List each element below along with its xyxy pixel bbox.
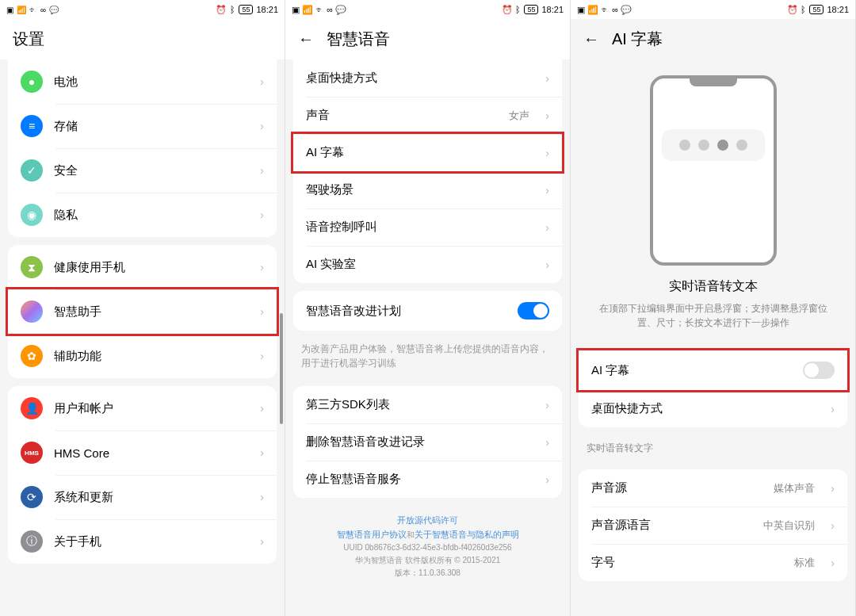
row-icon: ⟳	[21, 486, 43, 508]
row-label: 智慧助手	[54, 304, 244, 319]
ai-subtitle-content[interactable]: 实时语音转文本 在顶部下拉编辑界面中开启悬浮窗；支持调整悬浮窗位置、尺寸；长按文…	[571, 59, 855, 616]
row-value: 标准	[794, 556, 815, 570]
settings-row[interactable]: ✓ 安全 ›	[8, 148, 277, 193]
wifi-icon: ᯤ	[29, 6, 37, 14]
footer-copyright: 华为智慧语音 软件版权所有 © 2015-2021	[301, 554, 554, 567]
footer-privacy[interactable]: 关于智慧语音与隐私的声明	[415, 530, 519, 539]
signal-icon: 📶	[17, 6, 26, 14]
chevron-icon: ›	[260, 491, 264, 503]
list-row[interactable]: 桌面快捷方式›	[579, 390, 847, 427]
page-title: 智慧语音	[327, 29, 390, 50]
row-value: 中英自识别	[763, 518, 815, 533]
indicators: ⏰ ᛒ	[502, 5, 521, 15]
bluetooth-icon: ᛒ	[230, 5, 235, 14]
settings-row[interactable]: 智慧助手 ›	[6, 287, 279, 336]
settings-content[interactable]: ● 电池 ›≡ 存储 ›✓ 安全 ›◉ 隐私 › ⧗ 健康使用手机 › 智慧助手…	[0, 59, 285, 616]
row-label: 隐私	[54, 208, 244, 223]
footer-links: 开放源代码许可 智慧语音用户协议和关于智慧语音与隐私的声明 UUID 0b867…	[285, 506, 570, 587]
row-label: 健康使用手机	[54, 260, 244, 275]
list-row[interactable]: AI 实验室›	[293, 246, 562, 283]
screen-ai-subtitle: ▣ 📶 ᯤ ∞ 💬 ⏰ ᛒ 55 18:21 ← AI 字幕 实时语音转文本 在…	[571, 0, 856, 616]
phone-notch	[690, 75, 737, 86]
row-label: 关于手机	[54, 534, 244, 549]
footer-license[interactable]: 开放源代码许可	[301, 514, 554, 528]
chevron-icon: ›	[545, 72, 549, 85]
chevron-icon: ›	[831, 482, 835, 495]
list-row[interactable]: 声音女声›	[293, 97, 562, 134]
settings-row[interactable]: ≡ 存储 ›	[8, 104, 277, 148]
settings-row[interactable]: ✿ 辅助功能 ›	[8, 334, 277, 378]
row-label: 删除智慧语音改进记录	[306, 434, 529, 450]
list-row[interactable]: 声音源媒体声音›	[579, 469, 847, 507]
chevron-icon: ›	[260, 446, 264, 459]
ai-subtitle-group-1: AI 字幕桌面快捷方式›	[579, 348, 847, 427]
scrollbar[interactable]	[280, 313, 283, 424]
row-label: 桌面快捷方式	[591, 401, 815, 416]
row-label: 用户和帐户	[54, 401, 244, 416]
back-icon[interactable]: ←	[298, 30, 314, 48]
row-label: AI 实验室	[306, 257, 529, 272]
list-row[interactable]: 第三方SDK列表›	[293, 386, 562, 423]
list-row[interactable]: 声音源语言中英自识别›	[579, 507, 847, 544]
phone-illustration	[650, 75, 777, 266]
improve-plan-label: 智慧语音改进计划	[306, 304, 506, 319]
status-bar: ▣ 📶 ᯤ ∞ 💬 ⏰ ᛒ 55 18:21	[571, 0, 855, 19]
voice-group-3: 第三方SDK列表›删除智慧语音改进记录›停止智慧语音服务›	[293, 386, 562, 498]
row-label: 声音	[306, 108, 498, 123]
illustration-title: 实时语音转文本	[571, 278, 855, 295]
list-row[interactable]: 驾驶场景›	[293, 171, 562, 209]
dot-1	[679, 140, 690, 151]
illustration-desc: 在顶部下拉编辑界面中开启悬浮窗；支持调整悬浮窗位置、尺寸；长按文本进行下一步操作	[571, 295, 855, 342]
dot-2	[698, 140, 709, 151]
row-label: 停止智慧语音服务	[306, 472, 529, 487]
chevron-icon: ›	[260, 305, 264, 318]
row-label: 第三方SDK列表	[306, 397, 529, 412]
back-icon[interactable]: ←	[583, 30, 599, 48]
row-icon: ●	[21, 71, 43, 93]
row-icon: ⧗	[21, 256, 43, 278]
status-time: 18:21	[256, 5, 278, 14]
chevron-icon: ›	[260, 75, 264, 88]
settings-row[interactable]: ● 电池 ›	[8, 59, 277, 104]
list-row[interactable]: 停止智慧语音服务›	[293, 461, 562, 498]
row-label: AI 字幕	[306, 145, 529, 160]
row-label: 电池	[54, 75, 244, 90]
improve-toggle[interactable]	[518, 302, 549, 319]
screen-voice: ▣ 📶 ᯤ ∞ 💬 ⏰ ᛒ 55 18:21 ← 智慧语音 桌面快捷方式›声音女…	[285, 0, 571, 616]
hd-icon: ▣ 📶 ᯤ ∞ 💬	[577, 5, 632, 15]
improve-plan-row[interactable]: 智慧语音改进计划	[293, 291, 562, 331]
row-label: AI 字幕	[591, 363, 792, 378]
row-icon: ◉	[21, 204, 43, 226]
row-label: HMS Core	[54, 446, 244, 460]
row-label: 辅助功能	[54, 349, 244, 364]
settings-row[interactable]: ⟳ 系统和更新 ›	[8, 475, 277, 519]
alarm-icon: ⏰	[216, 5, 227, 15]
list-row[interactable]: 桌面快捷方式›	[293, 59, 562, 97]
chevron-icon: ›	[545, 473, 549, 486]
chevron-icon: ›	[545, 147, 549, 159]
settings-row[interactable]: HMS HMS Core ›	[8, 430, 277, 475]
row-icon: ≡	[21, 115, 43, 137]
footer-agreement[interactable]: 智慧语音用户协议	[337, 530, 407, 539]
list-row[interactable]: 语音控制呼叫›	[293, 209, 562, 246]
row-icon: ✓	[21, 159, 43, 182]
voice-content[interactable]: 桌面快捷方式›声音女声›AI 字幕›驾驶场景›语音控制呼叫›AI 实验室› 智慧…	[285, 59, 570, 616]
ai-subtitle-group-2: 声音源媒体声音›声音源语言中英自识别›字号标准›	[579, 469, 847, 581]
toggle[interactable]	[803, 362, 835, 379]
row-label: 声音源语言	[591, 518, 752, 533]
list-row[interactable]: 字号标准›	[579, 544, 847, 581]
settings-row[interactable]: ◉ 隐私 ›	[8, 193, 277, 237]
list-row[interactable]: 删除智慧语音改进记录›	[293, 423, 562, 461]
status-time: 18:21	[827, 5, 849, 14]
footer-uuid: UUID 0b8676c3-6d32-45e3-bfdb-f40260d3e25…	[301, 541, 554, 554]
list-row[interactable]: AI 字幕	[576, 348, 850, 392]
settings-row[interactable]: ⧗ 健康使用手机 ›	[8, 245, 277, 289]
voice-header: ← 智慧语音	[285, 19, 570, 59]
row-label: 存储	[54, 119, 244, 134]
chevron-icon: ›	[260, 120, 264, 132]
row-label: 语音控制呼叫	[306, 220, 529, 235]
settings-row[interactable]: 👤 用户和帐户 ›	[8, 386, 277, 430]
subtitle-bubble	[662, 129, 765, 161]
list-row[interactable]: AI 字幕›	[291, 132, 564, 174]
settings-row[interactable]: ⓘ 关于手机 ›	[8, 519, 277, 564]
